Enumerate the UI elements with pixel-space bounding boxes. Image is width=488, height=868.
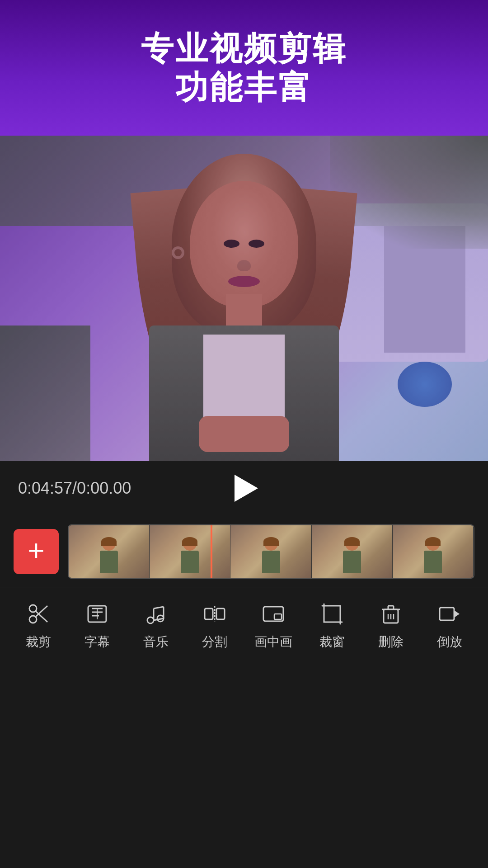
person-figure (127, 154, 361, 461)
tool-subtitle[interactable]: 字幕 (68, 598, 127, 651)
film-frame-5 (393, 525, 474, 578)
film-frame-1 (69, 525, 150, 578)
svg-rect-29 (440, 608, 454, 620)
svg-marker-30 (454, 610, 460, 618)
tool-subtitle-label: 字幕 (84, 633, 110, 651)
timeline-area: + (0, 515, 488, 588)
film-frame-3 (230, 525, 311, 578)
play-button[interactable] (226, 470, 262, 506)
face (190, 181, 298, 307)
mini-person-3 (260, 537, 282, 578)
crop-icon (320, 598, 344, 630)
svg-line-3 (36, 611, 47, 622)
svg-line-11 (154, 618, 164, 620)
bottom-toolbar: 裁剪 字幕 音乐 (0, 588, 488, 660)
lips (228, 276, 260, 287)
svg-rect-16 (216, 609, 225, 619)
time-display: 0:04:57/0:00.00 (18, 479, 226, 498)
split-icon (203, 598, 226, 630)
svg-rect-19 (274, 614, 282, 619)
tool-reverse-label: 倒放 (437, 633, 462, 651)
header: 专业视频剪辑 功能丰富 (0, 0, 488, 136)
svg-line-14 (154, 607, 164, 609)
bg-green (0, 326, 90, 461)
reverse-icon (438, 598, 461, 630)
tool-crop-window-label: 裁窗 (319, 633, 345, 651)
tool-crop[interactable]: 裁剪 (9, 598, 68, 651)
text-icon (85, 598, 109, 630)
video-preview (0, 136, 488, 461)
trash-icon (379, 598, 403, 630)
earring (172, 246, 184, 259)
tool-split[interactable]: 分割 (185, 598, 244, 651)
eye-right (224, 240, 239, 248)
tool-pip-label: 画中画 (254, 633, 292, 651)
film-frame-4 (312, 525, 393, 578)
svg-rect-20 (324, 606, 340, 622)
svg-point-0 (29, 616, 37, 623)
tool-pip[interactable]: 画中画 (244, 598, 303, 651)
scissors-icon (27, 598, 50, 630)
bg-blob (398, 362, 452, 407)
nose (237, 260, 251, 271)
tool-crop-window[interactable]: 裁窗 (303, 598, 361, 651)
playhead (211, 525, 212, 578)
add-clip-button[interactable]: + (14, 529, 59, 574)
title-line-2: 功能丰富 (141, 68, 347, 107)
tool-music-label: 音乐 (143, 633, 169, 651)
controls-bar: 0:04:57/0:00.00 (0, 461, 488, 515)
svg-point-9 (147, 617, 154, 623)
tool-reverse[interactable]: 倒放 (420, 598, 479, 651)
tool-delete[interactable]: 删除 (361, 598, 420, 651)
mini-person-5 (422, 537, 444, 578)
svg-point-1 (29, 605, 37, 612)
shirt (203, 335, 285, 425)
mini-person-1 (98, 537, 120, 578)
title-line-1: 专业视频剪辑 (141, 29, 347, 68)
tool-delete-label: 删除 (378, 633, 404, 651)
mini-person-4 (341, 537, 363, 578)
tool-split-label: 分割 (202, 633, 227, 651)
neck (226, 294, 262, 330)
mini-person-2 (178, 537, 201, 578)
tool-crop-label: 裁剪 (26, 633, 51, 651)
music-icon (144, 598, 168, 630)
plus-icon: + (28, 536, 44, 565)
header-title: 专业视频剪辑 功能丰富 (141, 29, 347, 107)
pip-icon (262, 598, 285, 630)
film-frame-2 (150, 525, 230, 578)
play-icon (235, 475, 258, 502)
tool-music[interactable]: 音乐 (127, 598, 185, 651)
svg-line-2 (36, 606, 47, 617)
hands (199, 416, 289, 452)
svg-rect-15 (205, 609, 213, 619)
film-strip[interactable] (68, 524, 474, 579)
eye-left (249, 240, 264, 248)
